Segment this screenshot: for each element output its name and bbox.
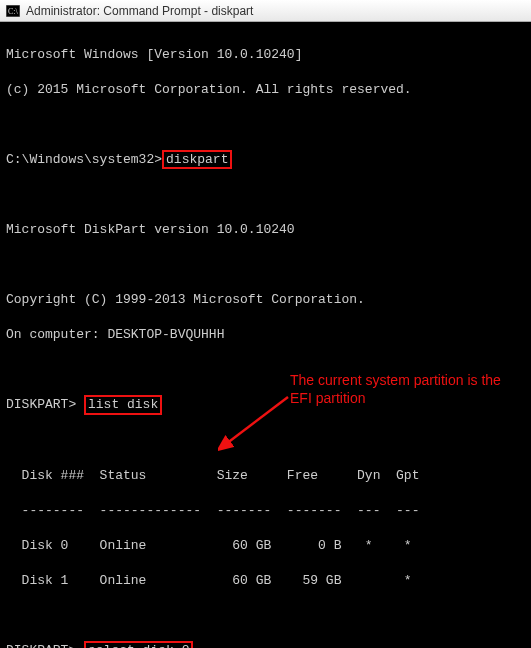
cmd-icon: C:\ [6, 5, 20, 17]
svg-line-2 [226, 397, 288, 444]
line-copyright: (c) 2015 Microsoft Corporation. All righ… [6, 81, 525, 99]
window-titlebar: C:\ Administrator: Command Prompt - disk… [0, 0, 531, 22]
line-on-computer: On computer: DESKTOP-BVQUHHH [6, 326, 525, 344]
cmd-diskpart: diskpart [162, 150, 232, 170]
annotation-text: The current system partition is the EFI … [290, 372, 520, 407]
window-title: Administrator: Command Prompt - diskpart [26, 4, 253, 18]
prompt-dp: DISKPART> [6, 397, 84, 412]
disk-table-divider: -------- ------------- ------- ------- -… [6, 502, 525, 520]
line-ms-version: Microsoft Windows [Version 10.0.10240] [6, 46, 525, 64]
terminal-output: Microsoft Windows [Version 10.0.10240] (… [0, 22, 531, 648]
cmd-select-disk: select disk 0 [84, 641, 193, 648]
prompt-sys: C:\Windows\system32> [6, 152, 162, 167]
disk-row-0: Disk 0 Online 60 GB 0 B * * [6, 537, 525, 555]
line-dp-copyright: Copyright (C) 1999-2013 Microsoft Corpor… [6, 291, 525, 309]
disk-table-header: Disk ### Status Size Free Dyn Gpt [6, 467, 525, 485]
svg-text:C:\: C:\ [8, 7, 19, 16]
disk-row-1: Disk 1 Online 60 GB 59 GB * [6, 572, 525, 590]
prompt-dp: DISKPART> [6, 643, 84, 648]
cmd-list-disk: list disk [84, 395, 162, 415]
line-dp-version: Microsoft DiskPart version 10.0.10240 [6, 221, 525, 239]
annotation-arrow-icon [218, 392, 293, 452]
